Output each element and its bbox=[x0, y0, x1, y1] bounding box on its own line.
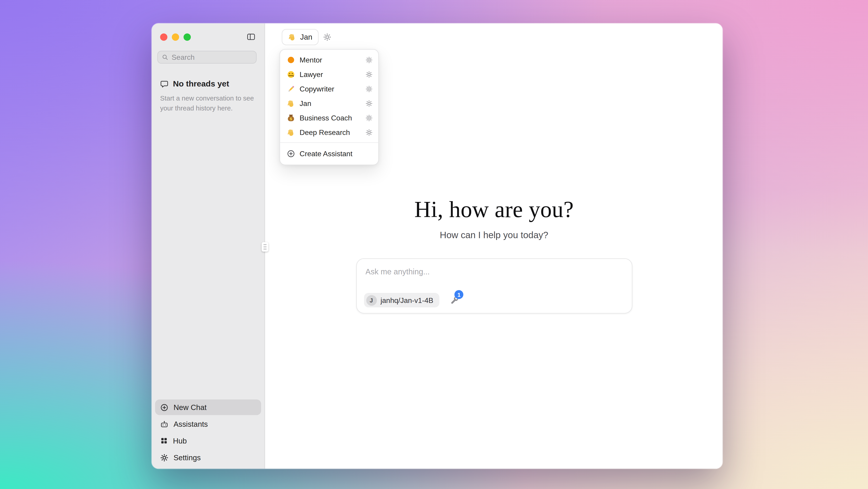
close-window-button[interactable] bbox=[160, 33, 167, 40]
main-header: Jan bbox=[282, 29, 331, 45]
plus-circle-icon bbox=[160, 403, 168, 411]
sidebar: No threads yet Start a new conversation … bbox=[152, 24, 265, 469]
desktop-background: No threads yet Start a new conversation … bbox=[0, 0, 868, 489]
create-assistant-label: Create Assistant bbox=[300, 149, 352, 158]
wave-emoji bbox=[288, 33, 296, 41]
greeting-subtitle: How can I help you today? bbox=[266, 230, 722, 240]
chat-input[interactable] bbox=[365, 267, 623, 286]
sidebar-item-label: New Chat bbox=[174, 403, 207, 411]
assistant-settings-button[interactable] bbox=[323, 33, 331, 41]
assistant-selector-button[interactable]: Jan bbox=[282, 29, 318, 45]
tools-button[interactable]: 1 bbox=[450, 296, 459, 305]
assistant-menu-item-copywriter[interactable]: Copywriter bbox=[280, 82, 378, 96]
create-assistant-button[interactable]: Create Assistant bbox=[280, 146, 378, 162]
grip-dots-icon bbox=[263, 243, 267, 250]
sidebar-item-settings[interactable]: Settings bbox=[155, 450, 261, 465]
sidebar-resize-handle[interactable] bbox=[262, 242, 269, 252]
assistant-menu-item-label: Lawyer bbox=[300, 70, 361, 78]
gear-icon[interactable] bbox=[365, 85, 373, 92]
money-bag-emoji bbox=[287, 114, 295, 122]
greeting-title: Hi, how are you? bbox=[266, 196, 722, 222]
wave-emoji bbox=[287, 99, 295, 107]
assistant-menu-item-label: Mentor bbox=[300, 56, 361, 64]
zoom-window-button[interactable] bbox=[184, 33, 191, 40]
assistant-menu-item-label: Deep Research bbox=[300, 128, 361, 136]
window-controls bbox=[160, 33, 191, 40]
search-field[interactable] bbox=[157, 51, 257, 64]
greeting: Hi, how are you? How can I help you toda… bbox=[266, 196, 722, 240]
toggle-sidebar-button[interactable] bbox=[245, 31, 257, 43]
model-avatar: J bbox=[366, 295, 377, 305]
gear-icon bbox=[323, 33, 331, 41]
pencil-emoji bbox=[287, 85, 295, 93]
chat-composer: J janhq/Jan-v1-4B 1 bbox=[356, 258, 632, 313]
sidebar-item-new-chat[interactable]: New Chat bbox=[155, 399, 261, 415]
assistant-menu-item-mentor[interactable]: Mentor bbox=[280, 53, 378, 67]
assistant-menu-item-label: Business Coach bbox=[300, 114, 361, 122]
wave-emoji bbox=[287, 128, 295, 136]
app-window: No threads yet Start a new conversation … bbox=[152, 24, 722, 469]
sidebar-nav: New Chat Assistants Hub Settings bbox=[155, 399, 261, 465]
assistant-menu: Mentor Lawyer Copywriter Jan bbox=[280, 49, 379, 165]
menu-divider bbox=[280, 142, 378, 143]
gear-icon[interactable] bbox=[365, 114, 373, 121]
threads-empty-state: No threads yet Start a new conversation … bbox=[156, 79, 257, 113]
assistant-menu-item-business-coach[interactable]: Business Coach bbox=[280, 111, 378, 125]
assistant-menu-item-lawyer[interactable]: Lawyer bbox=[280, 67, 378, 82]
sidebar-top-bar bbox=[160, 31, 257, 43]
sidebar-item-label: Hub bbox=[173, 436, 187, 445]
gear-icon[interactable] bbox=[365, 129, 373, 136]
assistant-menu-item-label: Jan bbox=[300, 99, 361, 107]
empty-state-description: Start a new conversation to see your thr… bbox=[156, 93, 257, 114]
tools-count-badge: 1 bbox=[455, 290, 463, 299]
gear-icon[interactable] bbox=[365, 100, 373, 107]
gear-icon bbox=[160, 453, 168, 462]
assistant-selector-label: Jan bbox=[300, 33, 312, 41]
sidebar-item-label: Assistants bbox=[174, 420, 208, 428]
assistant-menu-item-jan[interactable]: Jan bbox=[280, 96, 378, 111]
model-selector-button[interactable]: J janhq/Jan-v1-4B bbox=[364, 293, 439, 307]
chat-bubble-icon bbox=[160, 80, 168, 88]
plus-circle-icon bbox=[287, 149, 295, 158]
sidebar-item-label: Settings bbox=[174, 453, 200, 462]
minimize-window-button[interactable] bbox=[172, 33, 179, 40]
zipper-face-emoji bbox=[287, 70, 295, 78]
assistant-menu-item-deep-research[interactable]: Deep Research bbox=[280, 125, 378, 140]
empty-state-title: No threads yet bbox=[173, 79, 229, 88]
composer-toolbar: J janhq/Jan-v1-4B 1 bbox=[364, 293, 459, 307]
main-panel: Jan Mentor Lawyer bbox=[266, 24, 722, 469]
gear-icon[interactable] bbox=[365, 56, 373, 63]
grid-icon bbox=[160, 437, 168, 445]
gear-icon[interactable] bbox=[365, 71, 373, 78]
search-input[interactable] bbox=[172, 53, 252, 61]
model-name: janhq/Jan-v1-4B bbox=[380, 296, 433, 304]
sidebar-panel-icon bbox=[247, 32, 255, 41]
sidebar-item-assistants[interactable]: Assistants bbox=[155, 416, 261, 432]
orange-circle-emoji bbox=[287, 56, 295, 64]
sidebar-item-hub[interactable]: Hub bbox=[155, 433, 261, 449]
robot-icon bbox=[160, 420, 168, 428]
search-icon bbox=[162, 54, 168, 61]
assistant-menu-item-label: Copywriter bbox=[300, 85, 361, 93]
